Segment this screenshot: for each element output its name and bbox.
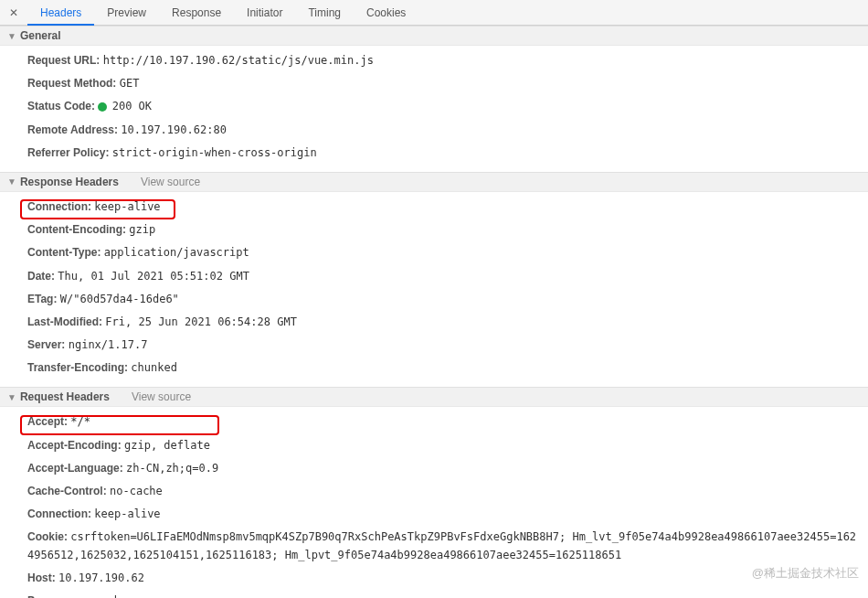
kv-request-method: Request Method: GET: [0, 72, 868, 95]
kv-accept-encoding: Accept-Encoding: gzip, deflate: [0, 434, 868, 457]
kv-cookie: Cookie: csrftoken=U6LIFaEMOdNmsp8mv5mqpK…: [0, 526, 868, 566]
kv-server: Server: nginx/1.17.7: [0, 334, 868, 357]
kv-status-code: Status Code: 200 OK: [0, 95, 868, 118]
section-general-header[interactable]: ▼ General: [0, 26, 868, 46]
kv-cache-control: Cache-Control: no-cache: [0, 480, 868, 503]
disclosure-triangle-icon: ▼: [7, 176, 16, 187]
close-icon[interactable]: ✕: [4, 6, 27, 19]
kv-host: Host: 10.197.190.62: [0, 567, 868, 590]
request-headers-list: Accept: */* Accept-Encoding: gzip, defla…: [0, 407, 868, 598]
kv-accept-language: Accept-Language: zh-CN,zh;q=0.9: [0, 457, 868, 480]
kv-content-type: Content-Type: application/javascript: [0, 241, 868, 264]
kv-connection: Connection: keep-alive: [0, 503, 868, 526]
kv-accept: Accept: */*: [0, 411, 868, 433]
tab-timing[interactable]: Timing: [295, 0, 354, 26]
kv-pragma: Pragma: no-cache: [0, 590, 868, 598]
kv-transfer-encoding: Transfer-Encoding: chunked: [0, 357, 868, 379]
watermark: @稀土掘金技术社区: [752, 565, 859, 582]
view-source-link[interactable]: View source: [141, 176, 200, 188]
view-source-link[interactable]: View source: [132, 390, 191, 403]
kv-connection: Connection: keep-alive: [0, 196, 868, 219]
kv-etag: ETag: W/"60d57da4-16de6": [0, 288, 868, 311]
kv-date: Date: Thu, 01 Jul 2021 05:51:02 GMT: [0, 265, 868, 288]
tab-preview[interactable]: Preview: [94, 0, 159, 26]
section-general-title: General: [20, 29, 61, 42]
kv-content-encoding: Content-Encoding: gzip: [0, 219, 868, 241]
section-response-title: Response Headers: [20, 176, 119, 188]
kv-referrer-policy: Referrer Policy: strict-origin-when-cros…: [0, 142, 868, 165]
kv-last-modified: Last-Modified: Fri, 25 Jun 2021 06:54:28…: [0, 311, 868, 334]
general-list: Request URL: http://10.197.190.62/static…: [0, 46, 868, 172]
kv-remote-address: Remote Address: 10.197.190.62:80: [0, 119, 868, 142]
status-dot-icon: [98, 102, 107, 112]
tabs-bar: ✕ Headers Preview Response Initiator Tim…: [0, 0, 868, 26]
tab-initiator[interactable]: Initiator: [234, 0, 295, 26]
tab-cookies[interactable]: Cookies: [354, 0, 418, 26]
section-response-header[interactable]: ▼ Response Headers View source: [0, 172, 868, 192]
response-headers-list: Connection: keep-alive Content-Encoding:…: [0, 192, 868, 388]
disclosure-triangle-icon: ▼: [7, 392, 16, 402]
tab-response[interactable]: Response: [159, 0, 234, 26]
section-request-header[interactable]: ▼ Request Headers View source: [0, 387, 868, 407]
kv-request-url: Request URL: http://10.197.190.62/static…: [0, 49, 868, 72]
section-request-title: Request Headers: [20, 390, 110, 403]
tab-headers[interactable]: Headers: [27, 0, 94, 26]
disclosure-triangle-icon: ▼: [7, 31, 16, 41]
